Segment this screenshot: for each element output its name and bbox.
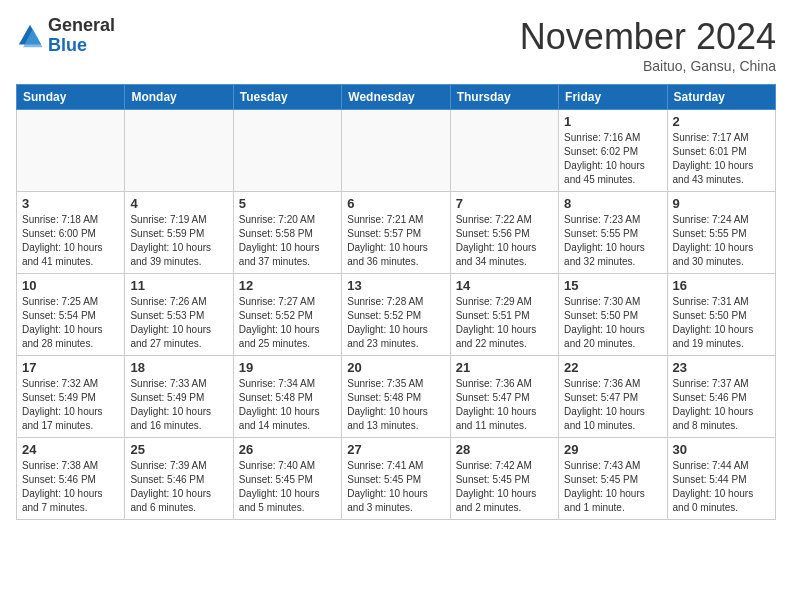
day-info: Sunrise: 7:16 AM Sunset: 6:02 PM Dayligh… bbox=[564, 131, 661, 187]
day-info: Sunrise: 7:41 AM Sunset: 5:45 PM Dayligh… bbox=[347, 459, 444, 515]
week-row: 10Sunrise: 7:25 AM Sunset: 5:54 PM Dayli… bbox=[17, 274, 776, 356]
calendar-cell: 5Sunrise: 7:20 AM Sunset: 5:58 PM Daylig… bbox=[233, 192, 341, 274]
day-number: 3 bbox=[22, 196, 119, 211]
logo: General Blue bbox=[16, 16, 115, 56]
day-info: Sunrise: 7:36 AM Sunset: 5:47 PM Dayligh… bbox=[456, 377, 553, 433]
calendar-cell: 12Sunrise: 7:27 AM Sunset: 5:52 PM Dayli… bbox=[233, 274, 341, 356]
day-info: Sunrise: 7:30 AM Sunset: 5:50 PM Dayligh… bbox=[564, 295, 661, 351]
day-number: 18 bbox=[130, 360, 227, 375]
calendar-cell: 2Sunrise: 7:17 AM Sunset: 6:01 PM Daylig… bbox=[667, 110, 775, 192]
weekday-header: Tuesday bbox=[233, 85, 341, 110]
day-number: 27 bbox=[347, 442, 444, 457]
weekday-header: Thursday bbox=[450, 85, 558, 110]
calendar-cell: 15Sunrise: 7:30 AM Sunset: 5:50 PM Dayli… bbox=[559, 274, 667, 356]
day-info: Sunrise: 7:39 AM Sunset: 5:46 PM Dayligh… bbox=[130, 459, 227, 515]
day-number: 19 bbox=[239, 360, 336, 375]
calendar-table: SundayMondayTuesdayWednesdayThursdayFrid… bbox=[16, 84, 776, 520]
day-number: 8 bbox=[564, 196, 661, 211]
day-info: Sunrise: 7:19 AM Sunset: 5:59 PM Dayligh… bbox=[130, 213, 227, 269]
day-info: Sunrise: 7:18 AM Sunset: 6:00 PM Dayligh… bbox=[22, 213, 119, 269]
day-info: Sunrise: 7:44 AM Sunset: 5:44 PM Dayligh… bbox=[673, 459, 770, 515]
calendar-cell: 3Sunrise: 7:18 AM Sunset: 6:00 PM Daylig… bbox=[17, 192, 125, 274]
day-info: Sunrise: 7:36 AM Sunset: 5:47 PM Dayligh… bbox=[564, 377, 661, 433]
calendar-cell bbox=[233, 110, 341, 192]
day-number: 10 bbox=[22, 278, 119, 293]
calendar-cell: 29Sunrise: 7:43 AM Sunset: 5:45 PM Dayli… bbox=[559, 438, 667, 520]
day-number: 22 bbox=[564, 360, 661, 375]
page-header: General Blue November 2024 Baituo, Gansu… bbox=[16, 16, 776, 74]
calendar-cell: 6Sunrise: 7:21 AM Sunset: 5:57 PM Daylig… bbox=[342, 192, 450, 274]
day-number: 17 bbox=[22, 360, 119, 375]
calendar-cell: 8Sunrise: 7:23 AM Sunset: 5:55 PM Daylig… bbox=[559, 192, 667, 274]
day-info: Sunrise: 7:38 AM Sunset: 5:46 PM Dayligh… bbox=[22, 459, 119, 515]
logo-icon bbox=[16, 22, 44, 50]
week-row: 1Sunrise: 7:16 AM Sunset: 6:02 PM Daylig… bbox=[17, 110, 776, 192]
calendar-cell: 26Sunrise: 7:40 AM Sunset: 5:45 PM Dayli… bbox=[233, 438, 341, 520]
calendar-cell: 10Sunrise: 7:25 AM Sunset: 5:54 PM Dayli… bbox=[17, 274, 125, 356]
day-number: 1 bbox=[564, 114, 661, 129]
day-number: 14 bbox=[456, 278, 553, 293]
calendar-cell: 7Sunrise: 7:22 AM Sunset: 5:56 PM Daylig… bbox=[450, 192, 558, 274]
day-info: Sunrise: 7:26 AM Sunset: 5:53 PM Dayligh… bbox=[130, 295, 227, 351]
day-info: Sunrise: 7:32 AM Sunset: 5:49 PM Dayligh… bbox=[22, 377, 119, 433]
weekday-header: Monday bbox=[125, 85, 233, 110]
day-number: 5 bbox=[239, 196, 336, 211]
calendar-cell bbox=[342, 110, 450, 192]
calendar-cell: 24Sunrise: 7:38 AM Sunset: 5:46 PM Dayli… bbox=[17, 438, 125, 520]
calendar-cell: 14Sunrise: 7:29 AM Sunset: 5:51 PM Dayli… bbox=[450, 274, 558, 356]
calendar-cell: 21Sunrise: 7:36 AM Sunset: 5:47 PM Dayli… bbox=[450, 356, 558, 438]
day-info: Sunrise: 7:31 AM Sunset: 5:50 PM Dayligh… bbox=[673, 295, 770, 351]
day-info: Sunrise: 7:29 AM Sunset: 5:51 PM Dayligh… bbox=[456, 295, 553, 351]
weekday-header: Friday bbox=[559, 85, 667, 110]
calendar-cell: 1Sunrise: 7:16 AM Sunset: 6:02 PM Daylig… bbox=[559, 110, 667, 192]
calendar-cell bbox=[17, 110, 125, 192]
month-title: November 2024 bbox=[520, 16, 776, 58]
day-number: 26 bbox=[239, 442, 336, 457]
logo-blue: Blue bbox=[48, 36, 115, 56]
day-info: Sunrise: 7:22 AM Sunset: 5:56 PM Dayligh… bbox=[456, 213, 553, 269]
day-number: 6 bbox=[347, 196, 444, 211]
week-row: 3Sunrise: 7:18 AM Sunset: 6:00 PM Daylig… bbox=[17, 192, 776, 274]
day-info: Sunrise: 7:37 AM Sunset: 5:46 PM Dayligh… bbox=[673, 377, 770, 433]
day-number: 23 bbox=[673, 360, 770, 375]
calendar-cell: 18Sunrise: 7:33 AM Sunset: 5:49 PM Dayli… bbox=[125, 356, 233, 438]
calendar-cell: 9Sunrise: 7:24 AM Sunset: 5:55 PM Daylig… bbox=[667, 192, 775, 274]
calendar-cell: 16Sunrise: 7:31 AM Sunset: 5:50 PM Dayli… bbox=[667, 274, 775, 356]
day-number: 11 bbox=[130, 278, 227, 293]
day-number: 7 bbox=[456, 196, 553, 211]
day-info: Sunrise: 7:35 AM Sunset: 5:48 PM Dayligh… bbox=[347, 377, 444, 433]
calendar-cell bbox=[450, 110, 558, 192]
day-number: 24 bbox=[22, 442, 119, 457]
calendar-cell: 4Sunrise: 7:19 AM Sunset: 5:59 PM Daylig… bbox=[125, 192, 233, 274]
day-number: 25 bbox=[130, 442, 227, 457]
day-number: 21 bbox=[456, 360, 553, 375]
calendar-cell: 13Sunrise: 7:28 AM Sunset: 5:52 PM Dayli… bbox=[342, 274, 450, 356]
title-block: November 2024 Baituo, Gansu, China bbox=[520, 16, 776, 74]
day-number: 30 bbox=[673, 442, 770, 457]
logo-text: General Blue bbox=[48, 16, 115, 56]
calendar-cell: 30Sunrise: 7:44 AM Sunset: 5:44 PM Dayli… bbox=[667, 438, 775, 520]
day-info: Sunrise: 7:28 AM Sunset: 5:52 PM Dayligh… bbox=[347, 295, 444, 351]
calendar-cell bbox=[125, 110, 233, 192]
calendar-cell: 11Sunrise: 7:26 AM Sunset: 5:53 PM Dayli… bbox=[125, 274, 233, 356]
day-info: Sunrise: 7:24 AM Sunset: 5:55 PM Dayligh… bbox=[673, 213, 770, 269]
calendar-cell: 27Sunrise: 7:41 AM Sunset: 5:45 PM Dayli… bbox=[342, 438, 450, 520]
day-number: 16 bbox=[673, 278, 770, 293]
day-number: 2 bbox=[673, 114, 770, 129]
calendar-cell: 28Sunrise: 7:42 AM Sunset: 5:45 PM Dayli… bbox=[450, 438, 558, 520]
day-info: Sunrise: 7:34 AM Sunset: 5:48 PM Dayligh… bbox=[239, 377, 336, 433]
day-info: Sunrise: 7:17 AM Sunset: 6:01 PM Dayligh… bbox=[673, 131, 770, 187]
calendar-cell: 23Sunrise: 7:37 AM Sunset: 5:46 PM Dayli… bbox=[667, 356, 775, 438]
day-number: 15 bbox=[564, 278, 661, 293]
day-info: Sunrise: 7:21 AM Sunset: 5:57 PM Dayligh… bbox=[347, 213, 444, 269]
weekday-header-row: SundayMondayTuesdayWednesdayThursdayFrid… bbox=[17, 85, 776, 110]
day-info: Sunrise: 7:25 AM Sunset: 5:54 PM Dayligh… bbox=[22, 295, 119, 351]
day-number: 12 bbox=[239, 278, 336, 293]
week-row: 17Sunrise: 7:32 AM Sunset: 5:49 PM Dayli… bbox=[17, 356, 776, 438]
calendar-cell: 22Sunrise: 7:36 AM Sunset: 5:47 PM Dayli… bbox=[559, 356, 667, 438]
weekday-header: Saturday bbox=[667, 85, 775, 110]
day-info: Sunrise: 7:40 AM Sunset: 5:45 PM Dayligh… bbox=[239, 459, 336, 515]
day-info: Sunrise: 7:20 AM Sunset: 5:58 PM Dayligh… bbox=[239, 213, 336, 269]
calendar-cell: 20Sunrise: 7:35 AM Sunset: 5:48 PM Dayli… bbox=[342, 356, 450, 438]
day-number: 20 bbox=[347, 360, 444, 375]
